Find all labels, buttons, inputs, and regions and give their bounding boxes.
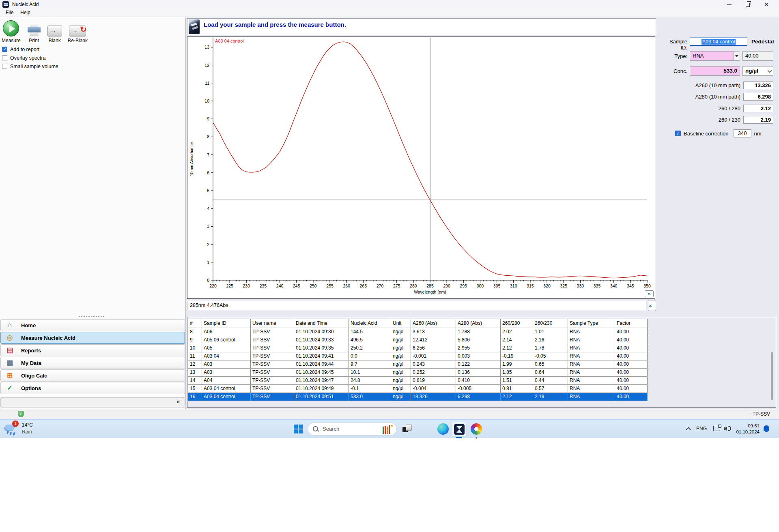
sidebar-item-mydata[interactable]: ▦My Data bbox=[0, 357, 185, 369]
column-header-factor[interactable]: Factor bbox=[615, 319, 648, 328]
table-cell: 0.57 bbox=[533, 385, 568, 393]
table-cell: 40.00 bbox=[615, 393, 648, 401]
language-indicator[interactable]: ENG bbox=[696, 426, 707, 431]
notification-bell-icon[interactable] bbox=[764, 425, 769, 431]
svg-text:5: 5 bbox=[207, 188, 209, 193]
svg-text:275: 275 bbox=[393, 283, 400, 288]
table-cell: 1.01 bbox=[533, 328, 568, 336]
results-table: #Sample IDUser nameDate and TimeNucleic … bbox=[188, 319, 648, 401]
window-title: Nucleic Acid bbox=[12, 2, 39, 7]
weather-widget[interactable]: 1 14°C Rain bbox=[4, 421, 57, 437]
column-header-a280-abs[interactable]: A280 (Abs) bbox=[456, 319, 501, 328]
svg-text:240: 240 bbox=[276, 283, 284, 288]
column-header-260-280[interactable]: 260/280 bbox=[501, 319, 533, 328]
restore-icon[interactable] bbox=[739, 0, 757, 9]
sample-id-input[interactable]: A03 04 control bbox=[690, 37, 747, 46]
splitter-handle[interactable] bbox=[79, 316, 104, 317]
toolbar-print-button[interactable]: Print bbox=[26, 19, 42, 43]
close-icon[interactable]: ✕ bbox=[757, 0, 775, 9]
checkbox-small-sample-volume[interactable]: Small sample volume bbox=[2, 62, 58, 71]
clock[interactable]: 09:51 01.10.2024 bbox=[733, 423, 760, 435]
menu-file[interactable]: File bbox=[6, 10, 13, 15]
type-select[interactable]: RNA bbox=[690, 51, 740, 61]
column-header-unit[interactable]: Unit bbox=[391, 319, 411, 328]
conc-label: Conc. bbox=[661, 68, 687, 74]
svg-text:4: 4 bbox=[207, 206, 209, 211]
column-header-user-name[interactable]: User name bbox=[251, 319, 294, 328]
table-cell: 0.81 bbox=[501, 385, 533, 393]
table-cell: A06 bbox=[202, 328, 251, 336]
checkbox-add-to-report[interactable]: ✓Add to report bbox=[2, 45, 58, 54]
checkbox-label: Add to report bbox=[10, 47, 39, 52]
sidebar-item-home[interactable]: ⌂Home bbox=[0, 319, 185, 331]
table-cell: 01.10.2024 09:30 bbox=[294, 328, 349, 336]
baseline-correction-checkbox[interactable]: ✓ bbox=[675, 131, 681, 136]
sidebar-item-options[interactable]: ✓Options bbox=[0, 382, 185, 394]
sidebar-item-measure[interactable]: ◎Measure Nucleic Acid bbox=[0, 332, 185, 344]
checkbox-overlay-spectra[interactable]: Overlay spectra bbox=[2, 54, 58, 62]
dropdown-arrow-icon[interactable] bbox=[733, 51, 740, 60]
svg-text:280: 280 bbox=[410, 283, 417, 288]
menu-help[interactable]: Help bbox=[20, 10, 30, 15]
table-row[interactable]: 14A04TP-SSV01.10.2024 09:4724.8ng/µl0.61… bbox=[188, 377, 648, 385]
toolbar-label: Blank bbox=[49, 38, 61, 43]
table-cell: 0.252 bbox=[411, 369, 456, 377]
table-cell: 01.10.2024 09:49 bbox=[294, 385, 349, 393]
table-cell: 40.00 bbox=[615, 328, 648, 336]
svg-text:10mm Absorbance: 10mm Absorbance bbox=[189, 142, 194, 176]
table-cell: TP-SSV bbox=[251, 336, 294, 344]
network-icon[interactable] bbox=[713, 426, 720, 431]
conc-field[interactable]: 533.0 bbox=[690, 66, 740, 76]
column-header-nucleic-acid[interactable]: Nucleic Acid bbox=[349, 319, 391, 328]
column-header-260-230[interactable]: 260/230 bbox=[533, 319, 568, 328]
baseline-wavelength-field[interactable]: 340 bbox=[734, 129, 751, 137]
column-header-sample-type[interactable]: Sample Type bbox=[568, 319, 615, 328]
toolbar-blank-button[interactable]: →Blank bbox=[47, 19, 62, 43]
active-app-indicator bbox=[456, 437, 462, 438]
minimize-icon[interactable] bbox=[720, 0, 738, 9]
column-header-sample-id[interactable]: Sample ID bbox=[202, 319, 251, 328]
table-row[interactable]: 10A05TP-SSV01.10.2024 09:35250.2ng/µl6.2… bbox=[188, 344, 648, 352]
factor-field[interactable]: 40.00 bbox=[742, 51, 773, 61]
baseline-unit-label: nm bbox=[754, 131, 762, 137]
table-row[interactable]: 11A03 04TP-SSV01.10.2024 09:410.0ng/µl-0… bbox=[188, 352, 648, 360]
conc-unit-select[interactable]: ng/µl bbox=[742, 66, 773, 76]
sidebar-item-reports[interactable]: ▤Reports bbox=[0, 344, 185, 356]
checkbox-icon[interactable] bbox=[2, 55, 7, 60]
paint-app-icon[interactable] bbox=[471, 423, 482, 435]
toolbar-measure-button[interactable]: Measure bbox=[2, 19, 21, 43]
tray-expand-icon[interactable] bbox=[686, 427, 691, 432]
task-view-button[interactable] bbox=[402, 425, 411, 433]
column-header-a260-abs[interactable]: A260 (Abs) bbox=[411, 319, 456, 328]
table-row[interactable]: 13A03TP-SSV01.10.2024 09:4510.1ng/µl0.25… bbox=[188, 369, 648, 377]
checkbox-icon[interactable] bbox=[2, 64, 7, 69]
chevron-down-icon bbox=[767, 68, 772, 73]
edge-browser-icon[interactable] bbox=[437, 423, 449, 435]
table-cell: 0.243 bbox=[411, 360, 456, 369]
table-row[interactable]: 15A03 04 controlTP-SSV01.10.2024 09:49-0… bbox=[188, 385, 648, 393]
nanodrop-app-button[interactable] bbox=[451, 422, 467, 437]
chevron-double-down-icon[interactable]: » bbox=[648, 300, 656, 311]
column-header-date-and-time[interactable]: Date and Time bbox=[294, 319, 349, 328]
sidebar-item-oligo[interactable]: ⊞Oligo Calc bbox=[0, 369, 185, 382]
table-cell: 11 bbox=[188, 352, 202, 360]
svg-text:295: 295 bbox=[460, 283, 467, 288]
chevron-double-left-icon[interactable]: « bbox=[645, 290, 654, 297]
main-area: Load your sample and press the measure b… bbox=[186, 17, 779, 409]
checkbox-icon[interactable]: ✓ bbox=[2, 47, 7, 52]
table-row[interactable]: 12A03TP-SSV01.10.2024 09:449.7ng/µl0.243… bbox=[188, 360, 648, 369]
search-box[interactable]: Search bbox=[308, 423, 397, 435]
table-row[interactable]: 9A05 06 controlTP-SSV01.10.2024 09:33496… bbox=[188, 336, 648, 344]
table-cell: 01.10.2024 09:35 bbox=[294, 344, 349, 352]
table-cell: -0.05 bbox=[533, 352, 568, 360]
spectrum-chart[interactable]: 2202252302352402452502552602652702752802… bbox=[187, 37, 655, 298]
nav-collapse-bar[interactable]: » bbox=[0, 397, 185, 408]
toolbar-reblank-button[interactable]: →↻Re-Blank bbox=[68, 19, 88, 43]
table-row[interactable]: 8A06TP-SSV01.10.2024 09:30144.5ng/µl3.61… bbox=[188, 328, 648, 336]
table-header-row: #Sample IDUser nameDate and TimeNucleic … bbox=[188, 319, 648, 328]
table-scrollbar[interactable] bbox=[771, 352, 773, 400]
column-header-[interactable]: # bbox=[188, 319, 202, 328]
options-icon: ✓ bbox=[5, 384, 15, 393]
start-button[interactable] bbox=[294, 425, 303, 433]
table-row[interactable]: 16A03 04 controlTP-SSV01.10.2024 09:5153… bbox=[188, 393, 648, 401]
